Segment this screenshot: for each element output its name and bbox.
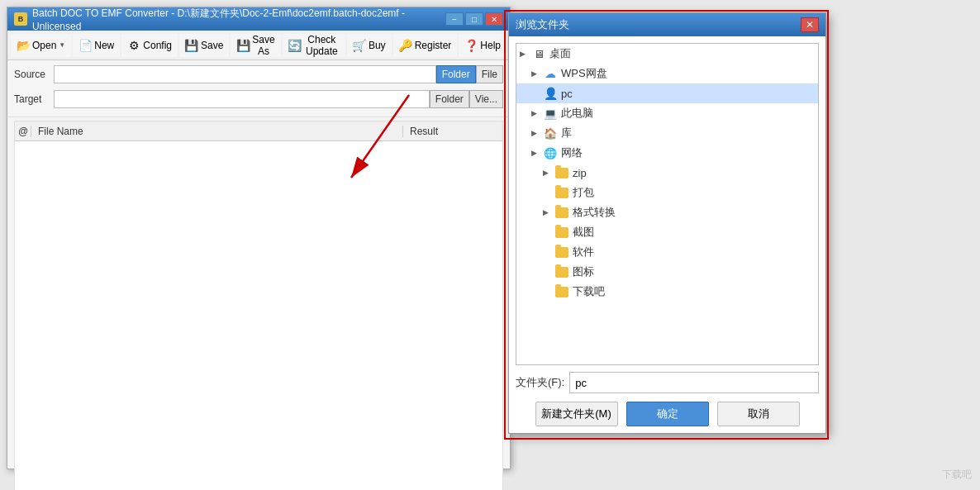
save-as-label: Save As [252,34,274,57]
config-icon: ⚙ [127,39,140,52]
folder-icon [554,166,569,179]
cancel-button[interactable]: 取消 [717,402,800,426]
folder-tree[interactable]: ▶ 🖥 桌面 ▶ ☁ WPS网盘 👤 pc ▶ 💻 此电脑 [516,43,819,365]
file-list: @ File Name Result [14,121,503,490]
tree-expand-icon: ▶ [531,69,543,78]
tree-expand-icon: ▶ [531,129,543,137]
tree-item-network[interactable]: ▶ 🌐 网络 [516,143,818,163]
new-button[interactable]: 📄 New [73,34,120,57]
buy-label: Buy [369,40,386,51]
tree-item-software[interactable]: 软件 [516,242,818,262]
tree-item-label: 下载吧 [573,284,605,299]
tree-item-download[interactable]: 下载吧 [516,282,818,302]
folder-icon [554,186,569,199]
tree-item-label: 打包 [573,185,594,200]
target-input[interactable] [54,90,430,108]
network-icon: 🌐 [543,146,558,159]
check-update-button[interactable]: 🔄 Check Update [283,34,345,57]
file-list-header: @ File Name Result [15,121,502,141]
user-icon: 👤 [543,87,558,100]
open-button[interactable]: 📂 Open ▼ [11,34,71,57]
tree-item-label: 截图 [573,225,594,240]
help-button[interactable]: ❓ Help [459,34,507,57]
library-icon: 🏠 [543,126,558,140]
minimize-button[interactable]: − [445,12,464,26]
tree-item-label: 图标 [573,264,594,279]
app-title: Batch DOC TO EMF Converter - D:\新建文件夹\Do… [32,7,445,32]
new-icon: 📄 [78,39,92,52]
new-folder-button[interactable]: 新建文件夹(M) [535,402,618,426]
register-icon: 🔑 [399,39,412,52]
dialog-title: 浏览文件夹 [516,17,801,32]
tree-item-wps[interactable]: ▶ ☁ WPS网盘 [516,64,818,83]
save-icon: 💾 [185,39,198,52]
config-button[interactable]: ⚙ Config [121,34,178,57]
tree-item-label: 桌面 [549,46,571,61]
tree-expand-icon: ▶ [531,109,543,117]
result-column-header: Result [403,126,502,137]
app-window: B Batch DOC TO EMF Converter - D:\新建文件夹\… [7,7,511,469]
tree-item-format[interactable]: ▶ 格式转换 [516,202,818,222]
window-controls: − □ ✕ [445,12,503,26]
toolbar: 📂 Open ▼ 📄 New ⚙ Config 💾 Save 💾 Save As… [7,31,510,60]
save-button[interactable]: 💾 Save [179,34,229,57]
tree-item-label: 软件 [573,245,594,259]
source-folder-button[interactable]: Folder [436,65,476,83]
source-target-area: Source Folder File Target Folder Vie... [7,60,510,117]
tree-item-label: 网络 [561,145,583,160]
source-label: Source [14,69,54,80]
name-column-header: File Name [31,126,403,137]
dialog-content: ▶ 🖥 桌面 ▶ ☁ WPS网盘 👤 pc ▶ 💻 此电脑 [509,36,825,433]
tree-item-screenshot[interactable]: 截图 [516,222,818,242]
tree-item-icons[interactable]: 图标 [516,262,818,282]
save-as-icon: 💾 [236,39,250,52]
app-icon: B [14,12,27,26]
folder-icon [554,265,569,278]
folder-name-label: 文件夹(F): [516,375,564,390]
desktop-icon: 🖥 [531,47,546,60]
watermark: 下载吧 [942,468,972,482]
folder-icon [554,285,569,298]
register-button[interactable]: 🔑 Register [393,34,458,57]
tree-expand-icon: ▶ [531,149,543,157]
source-row: Source Folder File [14,64,503,85]
dialog-buttons: 新建文件夹(M) 确定 取消 [516,402,819,426]
tree-item-desktop[interactable]: ▶ 🖥 桌面 [516,44,818,64]
at-column-header: @ [15,126,31,137]
tree-item-zip[interactable]: ▶ zip [516,163,818,183]
save-as-button[interactable]: 💾 Save As [231,34,280,57]
computer-icon: 💻 [543,107,558,120]
cloud-icon: ☁ [543,67,558,80]
tree-item-label: pc [561,88,573,100]
ok-button[interactable]: 确定 [626,402,709,426]
target-view-button[interactable]: Vie... [469,90,503,108]
close-button[interactable]: ✕ [485,12,503,26]
save-label: Save [201,40,223,51]
target-folder-button[interactable]: Folder [430,90,469,108]
source-file-button[interactable]: File [476,65,503,83]
buy-icon: 🛒 [353,39,366,52]
folder-icon [554,245,569,259]
tree-item-label: WPS网盘 [561,66,607,81]
tree-item-pc[interactable]: 👤 pc [516,83,818,103]
source-input[interactable] [54,65,436,83]
dialog-title-bar: 浏览文件夹 ✕ [509,13,825,36]
tree-expand-icon: ▶ [543,169,554,177]
dialog-close-button[interactable]: ✕ [801,17,819,32]
maximize-button[interactable]: □ [465,12,483,26]
help-icon: ❓ [464,39,478,52]
folder-icon [554,206,569,219]
tree-item-computer[interactable]: ▶ 💻 此电脑 [516,103,818,123]
config-label: Config [143,40,172,51]
target-label: Target [14,93,54,105]
open-icon: 📂 [17,39,30,52]
tree-item-label: zip [573,167,587,179]
check-update-label: Check Update [304,34,340,57]
folder-name-input[interactable] [569,372,819,393]
tree-item-library[interactable]: ▶ 🏠 库 [516,123,818,143]
help-label: Help [480,40,501,51]
register-label: Register [415,40,452,51]
buy-button[interactable]: 🛒 Buy [347,34,392,57]
tree-item-package[interactable]: 打包 [516,183,818,202]
tree-item-label: 格式转换 [573,205,616,220]
